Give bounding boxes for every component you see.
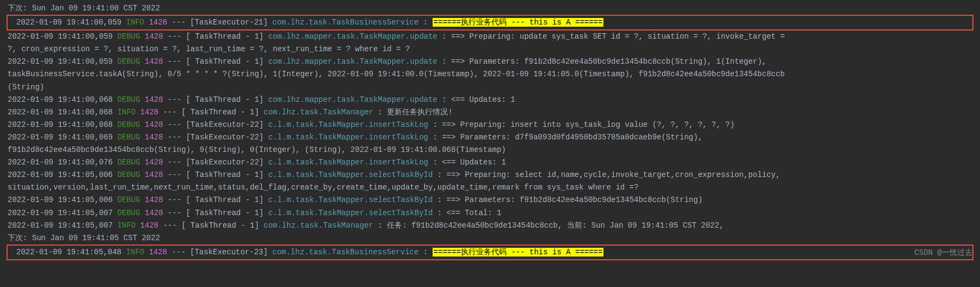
log-thread: [TaskExecutor-22] bbox=[186, 120, 268, 129]
log-colon: : bbox=[433, 133, 442, 142]
log-message: <== Updates: 1 bbox=[451, 95, 515, 104]
log-timestamp: 2022-01-09 19:41:00,059 bbox=[8, 57, 118, 66]
log-line: 2022-01-09 19:41:05,007 INFO 1428 --- [ … bbox=[0, 219, 980, 232]
log-level: INFO bbox=[126, 18, 145, 27]
log-colon: : bbox=[423, 248, 433, 257]
log-level: DEBUG bbox=[118, 57, 140, 66]
log-pid: 1428 bbox=[140, 120, 163, 129]
log-pid: 1428 bbox=[135, 108, 158, 117]
log-line: 2022-01-09 19:41:00,068 DEBUG 1428 --- [… bbox=[0, 94, 980, 106]
log-logger: c.l.m.task.TaskMapper.selectTaskById bbox=[268, 170, 437, 179]
highlighted-log-box: 2022-01-09 19:41:05,048 INFO 1428 --- [T… bbox=[7, 245, 973, 260]
log-separator: --- bbox=[167, 248, 190, 257]
log-pid: 1428 bbox=[140, 196, 163, 204]
log-level: DEBUG bbox=[118, 158, 140, 167]
log-line: 2022-01-09 19:41:00,068 DEBUG 1428 --- [… bbox=[0, 119, 980, 131]
log-logger: c.l.m.task.TaskMapper.insertTaskLog bbox=[268, 133, 433, 142]
log-separator: --- bbox=[163, 120, 186, 129]
log-pid: 1428 bbox=[144, 18, 167, 27]
log-level: DEBUG bbox=[118, 95, 140, 104]
log-message: <== Total: 1 bbox=[447, 209, 502, 217]
log-logger: com.lhz.mapper.task.TaskMapper.update bbox=[268, 32, 442, 41]
log-pid: 1428 bbox=[140, 133, 163, 142]
log-pid: 1428 bbox=[135, 221, 158, 230]
log-thread: [ TaskThread - 1] bbox=[186, 196, 268, 204]
log-line-continuation: situation,version,last_run_time,next_run… bbox=[0, 181, 980, 194]
log-message: ==> Preparing: update sys_task SET id = … bbox=[451, 32, 785, 41]
log-colon: : bbox=[437, 170, 447, 179]
log-thread: [TaskExecutor-23] bbox=[190, 248, 272, 257]
log-colon: : bbox=[442, 95, 451, 104]
log-line: 2022-01-09 19:41:00,068 INFO 1428 --- [ … bbox=[0, 106, 980, 119]
log-logger: c.l.m.task.TaskMapper.selectTaskById bbox=[268, 196, 437, 204]
log-pid: 1428 bbox=[140, 158, 163, 167]
log-separator: --- bbox=[163, 209, 186, 217]
log-output-container: 下次: Sun Jan 09 19:41:00 CST 20222022-01-… bbox=[0, 2, 980, 260]
log-timestamp: 2022-01-09 19:41:00,076 bbox=[8, 158, 118, 167]
log-level: DEBUG bbox=[118, 196, 140, 204]
log-logger: com.lhz.task.TaskManager bbox=[264, 221, 378, 230]
log-message: ==> Parameters: d7f9a093d0fd4950bd35785a… bbox=[442, 133, 702, 142]
log-pid: 1428 bbox=[140, 170, 163, 179]
log-thread: [ TaskThread - 1] bbox=[186, 95, 268, 104]
log-logger: com.lhz.task.TaskManager bbox=[264, 108, 378, 117]
log-separator: --- bbox=[163, 57, 186, 66]
log-level: INFO bbox=[118, 108, 136, 117]
log-line-continuation: taskBusinessService.taskA(String), 0/5 *… bbox=[0, 68, 980, 81]
log-pid: 1428 bbox=[140, 57, 163, 66]
log-timestamp: 2022-01-09 19:41:05,007 bbox=[8, 221, 118, 230]
log-thread: [ TaskThread - 1] bbox=[181, 108, 263, 117]
log-message: ==> Parameters: f91b2d8c42ee4a50bc9de134… bbox=[447, 196, 702, 204]
highlighted-log-box: 2022-01-09 19:41:00,059 INFO 1428 --- [T… bbox=[7, 15, 973, 30]
log-line: 2022-01-09 19:41:00,069 DEBUG 1428 --- [… bbox=[0, 131, 980, 144]
log-colon: : bbox=[378, 108, 387, 117]
log-colon: : bbox=[437, 196, 447, 204]
log-pid: 1428 bbox=[140, 32, 163, 41]
log-thread: [TaskExecutor-22] bbox=[186, 133, 268, 142]
log-logger: com.lhz.mapper.task.TaskMapper.update bbox=[268, 95, 442, 104]
log-timestamp: 2022-01-09 19:41:00,068 bbox=[8, 120, 118, 129]
log-message: 任务: f91b2d8c42ee4a50bc9de13454bc8ccb, 当前… bbox=[387, 221, 724, 230]
log-separator: --- bbox=[163, 170, 186, 179]
log-line: 2022-01-09 19:41:00,059 DEBUG 1428 --- [… bbox=[0, 30, 980, 43]
log-thread: [ TaskThread - 1] bbox=[181, 221, 263, 230]
log-line: 2022-01-09 19:41:05,048 INFO 1428 --- [T… bbox=[9, 246, 971, 259]
log-message-highlighted: ======执行业务代码 --- this is A ====== bbox=[433, 248, 604, 257]
log-line-continuation: (String) bbox=[0, 81, 980, 94]
log-thread: [ TaskThread - 1] bbox=[186, 170, 268, 179]
log-message: ==> Preparing: select id,name,cycle,invo… bbox=[447, 170, 780, 179]
log-colon: : bbox=[423, 18, 433, 27]
log-thread: [TaskExecutor-22] bbox=[186, 158, 268, 167]
log-separator: --- bbox=[163, 158, 186, 167]
log-colon: : bbox=[433, 158, 442, 167]
log-timestamp: 2022-01-09 19:41:05,048 bbox=[16, 248, 126, 257]
log-line-continuation: 下次: Sun Jan 09 19:41:00 CST 2022 bbox=[0, 2, 980, 15]
log-separator: --- bbox=[163, 95, 186, 104]
log-message-highlighted: ======执行业务代码 --- this is A ====== bbox=[433, 18, 604, 27]
log-level: INFO bbox=[126, 248, 145, 257]
log-logger: c.l.m.task.TaskMapper.insertTaskLog bbox=[268, 158, 433, 167]
log-thread: [ TaskThread - 1] bbox=[186, 209, 268, 217]
log-message: ==> Preparing: insert into sys_task_log … bbox=[442, 120, 735, 129]
log-thread: [ TaskThread - 1] bbox=[186, 57, 268, 66]
log-line: 2022-01-09 19:41:00,059 DEBUG 1428 --- [… bbox=[0, 56, 980, 68]
log-logger: com.lhz.task.TaskBusinessService bbox=[273, 248, 423, 257]
log-pid: 1428 bbox=[140, 209, 163, 217]
log-pid: 1428 bbox=[144, 248, 167, 257]
log-line: 2022-01-09 19:41:00,059 INFO 1428 --- [T… bbox=[9, 16, 971, 29]
log-level: DEBUG bbox=[118, 120, 140, 129]
log-line: 2022-01-09 19:41:05,006 DEBUG 1428 --- [… bbox=[0, 194, 980, 206]
log-colon: : bbox=[442, 57, 451, 66]
log-line-continuation: 下次: Sun Jan 09 19:41:05 CST 2022 bbox=[0, 232, 980, 245]
log-colon: : bbox=[433, 120, 442, 129]
log-separator: --- bbox=[158, 221, 181, 230]
log-line-continuation: f91b2d8c42ee4a50bc9de13454bc8ccb(String)… bbox=[0, 144, 980, 156]
log-logger: c.l.m.task.TaskMapper.insertTaskLog bbox=[268, 120, 433, 129]
log-separator: --- bbox=[163, 196, 186, 204]
log-logger: c.l.m.task.TaskMapper.selectTaskById bbox=[268, 209, 437, 217]
log-colon: : bbox=[378, 221, 387, 230]
log-timestamp: 2022-01-09 19:41:05,007 bbox=[8, 209, 118, 217]
log-separator: --- bbox=[158, 108, 181, 117]
log-message: ==> Parameters: f91b2d8c42ee4a50bc9de134… bbox=[451, 57, 767, 66]
log-line: 2022-01-09 19:41:05,007 DEBUG 1428 --- [… bbox=[0, 207, 980, 219]
